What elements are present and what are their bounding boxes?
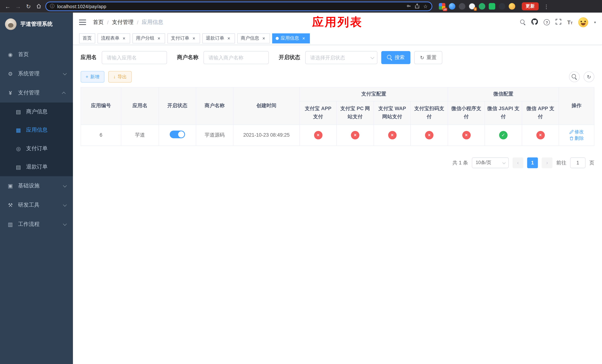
tab-refund-orders[interactable]: 退款订单× [202,33,235,43]
extension-icon[interactable]: 10 [439,3,445,10]
delete-link-label: 删除 [575,135,584,141]
close-icon[interactable]: × [301,36,306,41]
extension-icon[interactable] [479,3,485,10]
refresh-table-button[interactable]: ↻ [583,72,594,82]
breadcrumb-payment[interactable]: 支付管理 [112,19,133,26]
col-alipay-pc: 支付宝 PC 网站支付 [336,101,374,124]
tab-merchant-info[interactable]: 商户信息× [237,33,270,43]
back-icon[interactable]: ← [4,3,11,9]
github-icon[interactable] [531,18,538,26]
tab-app-info-active[interactable]: 应用信息× [272,33,310,43]
app-name-input[interactable] [102,51,167,64]
share-icon[interactable] [415,3,420,10]
browser-toolbar: ← → ↻ ⓘ localhost:1024/pay/app ☆ 10 1 [0,0,602,13]
reset-button[interactable]: ↻ 重置 [414,51,442,64]
alipay-qr-status-icon: × [425,131,434,139]
sidebar-item-label: 基础设施 [18,182,39,189]
forward-icon[interactable]: → [14,3,22,9]
sidebar-item-payment[interactable]: ¥ 支付管理 [0,83,73,103]
extension-icon[interactable] [499,3,505,10]
site-info-icon[interactable]: ⓘ [50,3,55,10]
sidebar-item-dev-tools[interactable]: ⚒ 研发工具 [0,195,73,215]
grid-icon: ▦ [15,127,22,133]
export-button-label: 导出 [118,74,127,80]
bookmark-star-icon[interactable]: ☆ [423,3,428,9]
yen-icon: ¥ [7,90,13,96]
address-bar[interactable]: ⓘ localhost:1024/pay/app ☆ [45,1,432,11]
sidebar-item-label: 工作流程 [18,221,39,228]
sidebar-item-app-info[interactable]: ▦ 应用信息 [0,121,73,139]
filter-form: 应用名 商户名称 开启状态 搜索 ↻ [81,51,594,64]
group-wechat-config: 微信配置 [448,87,559,101]
search-button[interactable]: 搜索 [381,51,410,64]
reload-icon[interactable]: ↻ [25,3,32,9]
hamburger-icon[interactable] [79,20,86,25]
extension-icon[interactable]: 1 [469,3,475,10]
extension-icon[interactable] [449,3,455,10]
sidebar-item-workflow[interactable]: ▥ 工作流程 [0,214,73,234]
sidebar-item-home[interactable]: ◉ 首页 [0,45,73,64]
next-page-button[interactable]: › [542,157,552,168]
extension-icon[interactable] [509,3,515,10]
tab-user-group[interactable]: 用户分组× [133,33,165,43]
close-icon[interactable]: × [261,36,266,41]
extension-badge: 1 [474,7,477,11]
avatar[interactable] [578,17,588,27]
close-icon[interactable]: × [121,36,127,41]
tab-home[interactable]: 首页 [79,33,95,43]
payment-submenu: ▤ 商户信息 ▦ 应用信息 ◎ 支付订单 ▤ 退款订单 [0,103,73,176]
status-toggle[interactable] [170,130,185,138]
tags-view-bar: 首页 流程表单× 用户分组× 支付订单× 退款订单× 商户信息× 应用信息× [73,32,602,45]
dashboard-icon: ◉ [7,52,13,58]
active-dot [276,37,279,40]
chevron-down-icon [63,222,67,226]
export-button[interactable]: ↓ 导出 [108,71,132,83]
table-toolbar: + 新增 ↓ 导出 ↻ [81,71,594,83]
tab-process-form[interactable]: 流程表单× [97,33,130,43]
browser-menu-icon[interactable]: ⋮ [544,3,549,10]
sidebar-item-system[interactable]: ⚙ 系统管理 [0,64,73,83]
total-count: 共 1 条 [452,159,468,166]
close-icon[interactable]: × [226,36,232,41]
logo[interactable]: 芋道管理系统 [0,13,73,36]
add-button[interactable]: + 新增 [81,71,105,83]
group-alipay-config: 支付宝配置 [300,87,448,101]
close-icon[interactable]: × [191,36,197,41]
edit-link[interactable]: 修改 [569,128,584,135]
sidebar-item-merchant-info[interactable]: ▤ 商户信息 [0,103,73,121]
tab-pay-orders[interactable]: 支付订单× [167,33,200,43]
prev-page-button[interactable]: ‹ [513,157,523,168]
help-icon[interactable]: ? [544,19,550,25]
goto-page-input[interactable] [570,157,586,168]
extensions-row: 10 1 [439,3,515,10]
home-icon[interactable] [35,3,43,10]
extension-icon[interactable] [459,3,465,10]
sidebar-item-pay-orders[interactable]: ◎ 支付订单 [0,139,73,158]
close-icon[interactable]: × [156,36,161,41]
breadcrumb-current: 应用信息 [142,19,163,26]
chevron-down-icon [63,183,67,187]
col-status: 开启状态 [159,87,196,124]
font-size-icon[interactable]: TT [567,19,573,25]
delete-link[interactable]: 删除 [569,135,584,141]
chrome-update-button[interactable]: 更新 [522,2,539,10]
page-size-select[interactable]: 10条/页 [472,157,509,168]
sidebar-item-label: 研发工具 [18,202,39,208]
card-icon: ▤ [15,109,22,115]
user-dropdown-caret-icon[interactable]: ▾ [594,20,596,24]
extension-icon[interactable] [489,3,495,10]
sidebar-item-infrastructure[interactable]: ▣ 基础设施 [0,176,73,195]
sidebar-item-refund-orders[interactable]: ▤ 退款订单 [0,158,73,176]
breadcrumb-home[interactable]: 首页 [93,19,104,26]
col-wechat-app: 微信 APP 支付 [522,101,559,124]
wechat-mini-status-icon: × [462,131,471,139]
fullscreen-icon[interactable] [556,19,561,26]
search-icon[interactable] [520,20,526,25]
merchant-name-input[interactable] [204,51,269,64]
page-number-1[interactable]: 1 [527,157,538,168]
col-alipay-qr: 支付宝扫码支付 [411,101,448,124]
wechat-app-status-icon: × [536,131,545,139]
status-select[interactable] [305,51,377,64]
password-key-icon[interactable] [406,3,411,10]
toggle-search-button[interactable] [569,72,580,82]
